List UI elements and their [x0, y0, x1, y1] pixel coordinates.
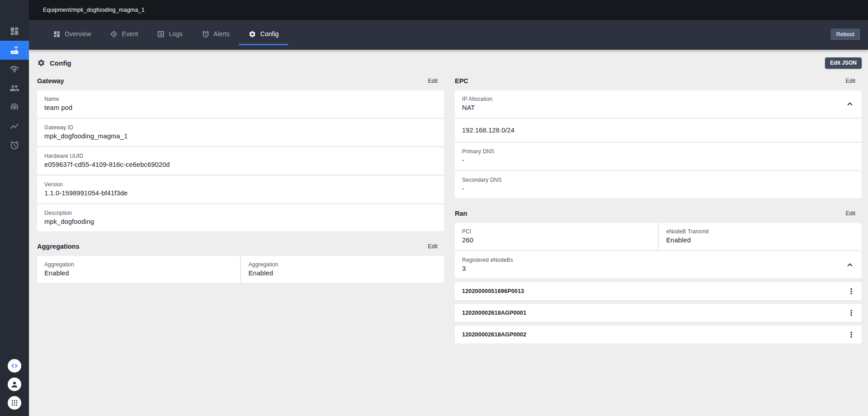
aggregations-section-header: Aggregations Edit [37, 237, 444, 256]
field-value: 1.1.0-1598991054-bf41f3de [44, 189, 437, 197]
epc-section-title: EPC [455, 77, 468, 85]
enodeb-serial: 12020000051696P0013 [462, 288, 524, 294]
field-row-ip-allocation: IP Allocation NAT [455, 90, 862, 119]
alarm-icon [202, 30, 210, 38]
aggregations-card: Aggregation Enabled Aggregation Enabled [37, 256, 444, 283]
tab-label: Event [122, 30, 138, 38]
aggregations-row: Aggregation Enabled Aggregation Enabled [37, 256, 444, 283]
registered-enodebs-collapse-button[interactable] [844, 259, 856, 271]
enodeb-serial: 120200002618AGP0001 [462, 310, 526, 316]
epc-card: IP Allocation NAT 192.168.128.0/24 Prima… [455, 90, 862, 199]
field-label: eNodeB Transmit [666, 228, 854, 235]
enodeb-row: 120200002618AGP0001 [455, 304, 862, 322]
field-row-primary-dns: Primary DNS - [455, 143, 862, 171]
field-label: Primary DNS [462, 148, 854, 155]
field-value: - [462, 185, 854, 192]
apps-button[interactable] [8, 396, 21, 410]
left-column: Gateway Edit Name team pod Gateway ID mp… [37, 71, 444, 344]
edit-json-button[interactable]: Edit JSON [825, 57, 862, 69]
swagger-api-button[interactable] [8, 359, 21, 373]
account-button[interactable] [8, 378, 21, 391]
sidebar-item-network[interactable] [0, 60, 29, 79]
field-value: NAT [462, 104, 854, 111]
tab-overview[interactable]: Overview [43, 24, 100, 45]
ran-edit-button[interactable]: Edit [841, 208, 860, 218]
field-label: Aggregation [248, 261, 437, 268]
sidebar-nav [0, 0, 29, 155]
field-value: mpk_dogfooding [44, 218, 437, 225]
ran-section-header: Ran Edit [455, 204, 862, 223]
enodeb-menu-button[interactable] [844, 306, 858, 320]
gateway-card: Name team pod Gateway ID mpk_dogfooding_… [37, 90, 444, 232]
tab-label: Overview [65, 30, 91, 38]
aggregations-section-title: Aggregations [37, 243, 79, 250]
more-vert-icon [847, 308, 856, 317]
field-value: e059637f-cd55-4109-816c-ce6ebc69020d [44, 161, 437, 168]
sidebar [0, 0, 29, 416]
columns: Gateway Edit Name team pod Gateway ID mp… [37, 71, 862, 344]
field-label: Name [44, 96, 437, 102]
tab-alerts[interactable]: Alerts [192, 24, 239, 45]
enodeb-menu-button[interactable] [844, 328, 858, 341]
field-label: IP Allocation [462, 96, 854, 102]
chevron-up-icon [845, 260, 855, 270]
sidebar-item-subscribers[interactable] [0, 79, 29, 98]
field-label: Registered eNodeBs [462, 257, 854, 263]
enodeb-serial: 120200002618AGP0002 [462, 331, 526, 338]
tab-label: Config [260, 30, 278, 38]
sidebar-item-alarms[interactable] [0, 136, 29, 155]
tab-label: Alerts [214, 30, 230, 38]
field-row-version: Version 1.1.0-1598991054-bf41f3de [37, 176, 444, 204]
tab-logs[interactable]: Logs [148, 24, 192, 45]
my-location-icon [110, 30, 118, 38]
field-row-registered-enodebs: Registered eNodeBs 3 [455, 251, 862, 279]
tab-event[interactable]: Event [100, 24, 148, 45]
sidebar-item-dashboard[interactable] [0, 22, 29, 41]
enodeb-row: 12020000051696P0013 [455, 282, 862, 300]
right-column: EPC Edit IP Allocation NAT 192.168.128.0… [455, 71, 862, 344]
tab-bar: Overview Event Logs Alerts Config Reboot [29, 20, 868, 50]
apps-grid-icon [10, 399, 19, 407]
field-label: Secondary DNS [462, 177, 854, 183]
tab-config[interactable]: Config [239, 24, 288, 45]
sidebar-item-tracing[interactable] [0, 98, 29, 117]
enodeb-row: 120200002618AGP0002 [455, 326, 862, 344]
dashboard-icon [10, 26, 19, 36]
field-cell-enodeb-transmit: eNodeB Transmit Enabled [659, 223, 862, 250]
more-vert-icon [847, 287, 856, 296]
field-value: Enabled [44, 269, 233, 277]
field-cell-aggregation-1: Aggregation Enabled [37, 256, 241, 283]
config-page: Config Edit JSON Gateway Edit Name team … [29, 50, 868, 416]
aggregations-edit-button[interactable]: Edit [423, 241, 442, 251]
enodeb-menu-button[interactable] [844, 284, 858, 298]
field-label: Hardware UUID [44, 153, 437, 159]
tab-label: Logs [169, 30, 182, 38]
ip-allocation-collapse-button[interactable] [844, 98, 856, 110]
field-row-name: Name team pod [37, 90, 444, 119]
breadcrumb[interactable]: Equipment/mpk_dogfooding_magma_1 [43, 7, 145, 13]
network-check-icon [10, 64, 19, 74]
sidebar-item-equipment[interactable] [0, 41, 29, 60]
field-label: PCI [462, 228, 650, 235]
main-area: Equipment/mpk_dogfooding_magma_1 Overvie… [29, 0, 868, 416]
chevron-up-icon [845, 99, 855, 109]
sidebar-item-metrics[interactable] [0, 117, 29, 136]
settings-icon [248, 30, 256, 38]
field-row-gateway-id: Gateway ID mpk_dogfooding_magma_1 [37, 119, 444, 147]
field-cell-aggregation-2: Aggregation Enabled [241, 256, 444, 283]
field-label: Description [44, 210, 437, 216]
reboot-button[interactable]: Reboot [830, 28, 860, 40]
epc-edit-button[interactable]: Edit [841, 76, 860, 86]
field-label: Aggregation [44, 261, 233, 268]
field-row-secondary-dns: Secondary DNS - [455, 171, 862, 199]
gateway-section-title: Gateway [37, 77, 64, 85]
field-row-description: Description mpk_dogfooding [37, 204, 444, 232]
field-value: team pod [44, 104, 437, 111]
top-app-bar: Equipment/mpk_dogfooding_magma_1 [29, 0, 868, 20]
gateway-edit-button[interactable]: Edit [423, 76, 442, 86]
alarm-icon [10, 140, 19, 150]
subnet-row: 192.168.128.0/24 [455, 119, 862, 143]
field-value: Enabled [666, 236, 854, 244]
ran-section-title: Ran [455, 210, 467, 217]
page-title: Config [50, 59, 71, 67]
